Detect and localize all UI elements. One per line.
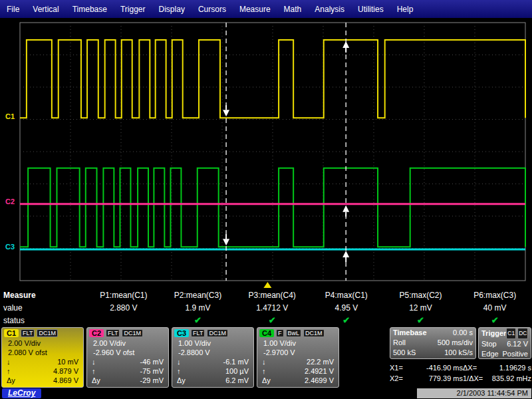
menu-bar: File Vertical Timebase Trigger Display C… [0, 0, 532, 19]
menu-item-vertical[interactable]: Vertical [26, 0, 65, 19]
cursor-marker-up-icon[interactable] [342, 41, 349, 48]
menu-item-measure[interactable]: Measure [233, 0, 277, 19]
measure-p5-header[interactable]: P5:max(C2) [384, 291, 458, 300]
measure-table: Measure P1:mean(C1) P2:mean(C3) P3:mean(… [0, 289, 532, 327]
waveform-display[interactable]: C1C2C3 [0, 19, 532, 289]
measure-p4-status-icon: ✔ [309, 315, 384, 325]
timebase-samples: 500 kS [393, 348, 416, 358]
channel-c2-dy-row: Δy -29 mV [87, 376, 168, 385]
channel-c1-filter-badge: FLT [21, 329, 35, 337]
up-arrow-icon: ↑ [7, 366, 11, 376]
up-arrow-icon: ↑ [177, 366, 181, 376]
channel-c3-max-row: ↑ 100 µV [172, 366, 253, 376]
inv-dx-label: 1/ΔX= [463, 373, 483, 384]
channel-c1-dy-row: Δy 4.869 V [2, 376, 83, 385]
down-arrow-icon: ↓ [92, 357, 96, 366]
menu-item-utilities[interactable]: Utilities [351, 0, 390, 19]
timebase-mode: Roll [393, 338, 406, 348]
channel-c4-coupling-badge: DC1M [303, 329, 325, 337]
measure-p4-header[interactable]: P4:max(C1) [309, 291, 384, 300]
channel-c1-offset: 2.080 V ofst [2, 348, 83, 357]
x2-label: X2= [390, 373, 403, 384]
timebase-delay: 0.00 s [453, 328, 473, 338]
menu-item-analysis[interactable]: Analysis [308, 0, 351, 19]
measure-p1-header[interactable]: P1:mean(C1) [86, 291, 161, 300]
channel-label-c1: C1 [5, 112, 15, 120]
inv-dx-value: 835.92 mHz [492, 373, 531, 384]
channel-c2-coupling-badge: DC1M [122, 329, 143, 337]
channel-c2-id-badge[interactable]: C2 [89, 329, 104, 337]
channel-c2-min-value: -46 mV [140, 357, 164, 366]
channel-c3-vdiv: 1.00 V/div [172, 338, 253, 348]
channel-box-c4[interactable]: C4 F BwL DC1M 1.00 V/div -2.9700 V ↓ 22.… [257, 327, 339, 388]
channel-box-c3[interactable]: C3 FLT DC1M 1.00 V/div -2.8800 V ↓ -6.1 … [172, 327, 254, 388]
measure-p3-header[interactable]: P3:mean(C4) [235, 291, 309, 300]
dx-label: ΔX= [463, 362, 477, 373]
channel-c4-header: C4 F BwL DC1M [257, 328, 338, 338]
channel-c3-header: C3 FLT DC1M [172, 328, 253, 338]
x2-value: 779.39 ms [429, 373, 463, 384]
channel-c4-offset: -2.9700 V [257, 348, 338, 357]
menu-item-cursors[interactable]: Cursors [192, 0, 233, 19]
channel-c1-max-value: 4.879 V [53, 366, 78, 376]
channel-c2-vdiv: 2.00 V/div [87, 338, 168, 348]
measure-status-label: status [0, 316, 86, 325]
channel-c3-min-row: ↓ -6.1 mV [172, 357, 253, 366]
menu-item-math[interactable]: Math [277, 0, 309, 19]
timebase-box[interactable]: Timebase 0.00 s Roll 500 ms/div 500 kS 1… [390, 327, 476, 359]
menu-item-trigger[interactable]: Trigger [114, 0, 152, 19]
cursor-marker-down-icon[interactable] [223, 110, 229, 116]
trigger-title: Trigger [481, 329, 506, 338]
channel-c3-id-badge[interactable]: C3 [174, 329, 189, 337]
up-arrow-icon: ↑ [262, 366, 266, 376]
measure-title: Measure [0, 291, 86, 300]
channel-c4-id-badge[interactable]: C4 [259, 329, 274, 337]
trigger-level: 6.12 V [507, 339, 528, 349]
scope-canvas[interactable] [0, 19, 532, 289]
oscilloscope-screen: File Vertical Timebase Trigger Display C… [0, 0, 532, 399]
measure-p6-header[interactable]: P6:max(C3) [458, 291, 532, 300]
cursor-readout-row2: X2= 779.39 ms 1/ΔX= 835.92 mHz [390, 373, 531, 384]
channel-c4-dy-row: Δy 2.4699 V [257, 376, 338, 385]
channel-c3-dy-row: Δy 6.2 mV [172, 376, 253, 385]
channel-c1-dy-value: 4.869 V [53, 376, 78, 385]
trigger-source-badge: C1 [506, 328, 516, 339]
measure-p2-header[interactable]: P2:mean(C3) [161, 291, 235, 300]
delta-y-label: Δy [177, 376, 186, 385]
channel-c4-max-value: 2.4921 V [305, 366, 334, 376]
menu-item-help[interactable]: Help [390, 0, 420, 19]
measure-p4-value: 4.95 V [309, 303, 384, 313]
cursor-readout-row1: X1= -416.90 ms ΔX= 1.19629 s [390, 362, 531, 373]
trigger-mode: Stop [481, 339, 497, 349]
menu-item-file[interactable]: File [0, 0, 26, 19]
channel-c3-offset: -2.8800 V [172, 348, 253, 357]
menu-item-timebase[interactable]: Timebase [66, 0, 114, 19]
channel-box-c1[interactable]: C1 FLT DC1M 2.00 V/div 2.080 V ofst ↓ 10… [1, 327, 84, 388]
channel-c1-header: C1 FLT DC1M [2, 328, 83, 338]
trigger-box[interactable]: Trigger C1 DC Stop 6.12 V Edge Positive [478, 327, 531, 359]
channel-descriptors: C1 FLT DC1M 2.00 V/div 2.080 V ofst ↓ 10… [1, 327, 339, 388]
cursor-marker-down-icon[interactable] [223, 239, 229, 245]
delta-y-label: Δy [262, 376, 271, 385]
channel-c2-max-value: -75 mV [140, 366, 164, 376]
trigger-position-marker[interactable] [263, 282, 271, 288]
datetime-display: 2/1/2003 11:44:54 PM [417, 388, 531, 398]
channel-c3-coupling-badge: DC1M [207, 329, 228, 337]
cursor-marker-up-icon[interactable] [342, 205, 349, 212]
channel-box-c2[interactable]: C2 FLT DC1M 2.00 V/div -2.960 V ofst ↓ -… [86, 327, 169, 388]
trigger-slope: Positive [502, 349, 528, 359]
measure-p2-value: 1.9 mV [161, 303, 235, 313]
channel-c4-max-row: ↑ 2.4921 V [257, 366, 338, 376]
measure-p6-value: 40 mV [458, 303, 532, 313]
channel-c4-filter-badge: F [276, 329, 284, 337]
cursor-marker-up-icon[interactable] [342, 251, 349, 257]
measure-p3-value: 1.4712 V [235, 303, 309, 313]
measure-value-label: value [0, 303, 86, 313]
channel-c1-max-row: ↑ 4.879 V [2, 366, 83, 376]
channel-c1-min-row: ↓ 10 mV [2, 357, 83, 366]
timebase-title: Timebase [393, 328, 427, 338]
channel-label-c3: C3 [5, 243, 15, 251]
menu-item-display[interactable]: Display [152, 0, 192, 19]
timebase-mode-row: Roll 500 ms/div [390, 338, 475, 348]
channel-c1-id-badge[interactable]: C1 [4, 329, 19, 337]
